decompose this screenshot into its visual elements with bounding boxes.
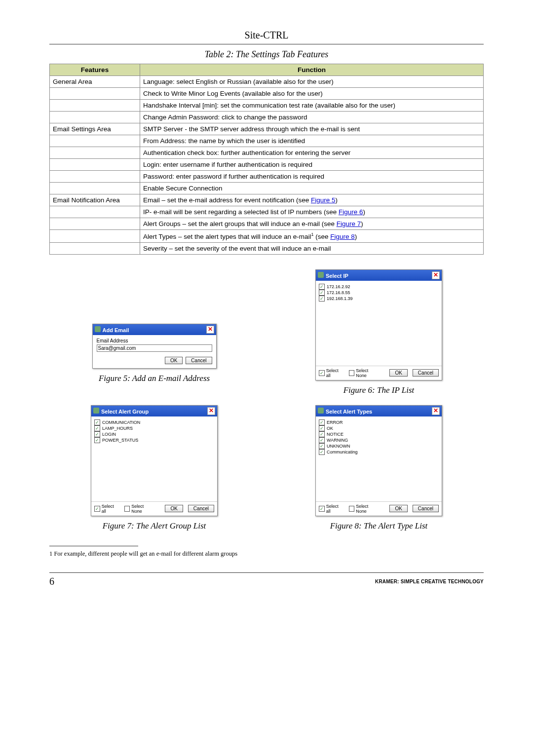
table-cell-function: Alert Types – set the alert types that w… xyxy=(140,230,484,243)
close-icon[interactable]: ✕ xyxy=(207,407,215,415)
select-all-checkbox[interactable]: ✓ xyxy=(319,506,325,512)
list-item-label: 172.16.8.55 xyxy=(327,290,350,295)
table-cell-function: Login: enter username if further authent… xyxy=(140,159,484,171)
figure-link[interactable]: Figure 5 xyxy=(311,196,336,204)
close-icon[interactable]: ✕ xyxy=(432,407,440,415)
table-cell-feature xyxy=(50,88,140,100)
close-icon[interactable]: ✕ xyxy=(206,326,214,334)
list-item[interactable]: ✓NOTICE xyxy=(319,431,439,437)
table-caption: Table 2: The Settings Tab Features xyxy=(49,49,484,60)
footer-brand: KRAMER: SIMPLE CREATIVE TECHNOLOGY xyxy=(375,579,484,584)
list-item[interactable]: ✓ERROR xyxy=(319,419,439,425)
list-item[interactable]: ✓192.168.1.39 xyxy=(319,296,439,302)
add-email-dialog: Add Email ✕ Email Address OK Cancel xyxy=(92,324,217,369)
page-number: 6 xyxy=(49,576,54,587)
ok-button[interactable]: OK xyxy=(165,357,183,364)
table-cell-feature: Email Settings Area xyxy=(50,123,140,135)
select-all-label: Select all xyxy=(326,504,344,514)
select-all-checkbox[interactable]: ✓ xyxy=(319,370,325,376)
table-cell-function: Check to Write Minor Log Events (availab… xyxy=(140,88,484,100)
checkbox-icon[interactable]: ✓ xyxy=(319,290,325,296)
table-cell-function: Handshake Interval [min]: set the commun… xyxy=(140,100,484,112)
figure-link[interactable]: Figure 6 xyxy=(339,208,363,216)
list-item-label: UNKNOWN xyxy=(327,444,350,449)
table-cell-function: Alert Groups – set the alert groups that… xyxy=(140,218,484,230)
checkbox-icon[interactable]: ✓ xyxy=(94,437,100,443)
ok-button[interactable]: OK xyxy=(389,505,407,512)
list-item[interactable]: ✓LAMP_HOURS xyxy=(94,425,214,431)
table-cell-function: Authentication check box: further authen… xyxy=(140,147,484,159)
app-icon xyxy=(93,408,99,414)
table-cell-function: Password: enter password if further auth… xyxy=(140,171,484,183)
cancel-button[interactable]: Cancel xyxy=(186,357,212,364)
figure-caption: Figure 5: Add an E-mail Address xyxy=(99,374,210,383)
figure-caption: Figure 8: The Alert Type List xyxy=(330,521,428,531)
list-item-label: 192.168.1.39 xyxy=(327,296,353,301)
list-item[interactable]: ✓COMMUNICATION xyxy=(94,419,214,425)
select-none-checkbox[interactable] xyxy=(124,506,130,512)
list-item-label: OK xyxy=(327,426,333,431)
select-none-checkbox[interactable] xyxy=(349,506,355,512)
table-cell-function: Language: select English or Russian (ava… xyxy=(140,76,484,88)
checkbox-icon[interactable]: ✓ xyxy=(319,284,325,290)
select-all-label: Select all xyxy=(102,504,119,514)
checkbox-icon[interactable]: ✓ xyxy=(94,419,100,425)
ok-button[interactable]: OK xyxy=(389,369,407,377)
select-all-label: Select all xyxy=(326,368,344,378)
list-item-label: WARNING xyxy=(327,438,348,443)
app-icon xyxy=(318,272,324,278)
dialog-title: Select Alert Types xyxy=(326,409,372,415)
table-cell-feature: General Area xyxy=(50,76,140,88)
email-label: Email Address xyxy=(97,338,212,343)
table-cell-feature xyxy=(50,171,140,183)
cancel-button[interactable]: Cancel xyxy=(413,369,439,377)
table-cell-function: Change Admin Password: click to change t… xyxy=(140,112,484,123)
ok-button[interactable]: OK xyxy=(165,505,183,512)
select-alert-group-dialog: Select Alert Group ✕ ✓COMMUNICATION✓LAMP… xyxy=(91,405,218,516)
checkbox-icon[interactable]: ✓ xyxy=(94,431,100,437)
table-cell-feature xyxy=(50,147,140,159)
app-icon xyxy=(95,326,101,332)
footnote: 1 For example, different people will get… xyxy=(49,550,484,558)
close-icon[interactable]: ✕ xyxy=(432,271,440,279)
page-header: Site-CTRL xyxy=(49,30,484,44)
checkbox-icon[interactable]: ✓ xyxy=(319,425,325,431)
checkbox-icon[interactable]: ✓ xyxy=(319,431,325,437)
figure-link[interactable]: Figure 8 xyxy=(330,233,355,240)
table-cell-function: Email – set the e-mail address for event… xyxy=(140,194,484,206)
list-item[interactable]: ✓POWER_STATUS xyxy=(94,437,214,443)
checkbox-icon[interactable]: ✓ xyxy=(319,443,325,449)
dialog-title: Select Alert Group xyxy=(101,409,149,415)
list-item[interactable]: ✓Communicating xyxy=(319,449,439,455)
dialog-title: Select IP xyxy=(326,273,348,279)
cancel-button[interactable]: Cancel xyxy=(188,505,214,512)
list-item[interactable]: ✓OK xyxy=(319,425,439,431)
checkbox-icon[interactable]: ✓ xyxy=(319,437,325,443)
checkbox-icon[interactable]: ✓ xyxy=(94,425,100,431)
list-item[interactable]: ✓LOGIN xyxy=(94,431,214,437)
cancel-button[interactable]: Cancel xyxy=(413,505,439,512)
list-item[interactable]: ✓172.16.2.92 xyxy=(319,284,439,290)
table-cell-function: IP- e-mail will be sent regarding a sele… xyxy=(140,206,484,218)
select-all-checkbox[interactable]: ✓ xyxy=(94,506,100,512)
checkbox-icon[interactable]: ✓ xyxy=(319,449,325,455)
list-item[interactable]: ✓UNKNOWN xyxy=(319,443,439,449)
list-item[interactable]: ✓WARNING xyxy=(319,437,439,443)
table-cell-feature xyxy=(50,135,140,147)
footnote-separator xyxy=(49,546,138,546)
select-none-checkbox[interactable] xyxy=(349,370,355,376)
checkbox-icon[interactable]: ✓ xyxy=(319,296,325,302)
list-item-label: NOTICE xyxy=(327,432,343,437)
table-cell-feature: Email Notification Area xyxy=(50,194,140,206)
table-cell-function: From Address: the name by which the user… xyxy=(140,135,484,147)
th-features: Features xyxy=(50,64,140,76)
checkbox-icon[interactable]: ✓ xyxy=(319,419,325,425)
table-cell-feature xyxy=(50,206,140,218)
list-item[interactable]: ✓172.16.8.55 xyxy=(319,290,439,296)
email-field[interactable] xyxy=(97,344,212,352)
list-item-label: Communicating xyxy=(327,450,358,454)
th-function: Function xyxy=(140,64,484,76)
app-icon xyxy=(318,408,324,414)
figure-link[interactable]: Figure 7 xyxy=(337,220,361,227)
select-none-label: Select None xyxy=(356,368,380,378)
